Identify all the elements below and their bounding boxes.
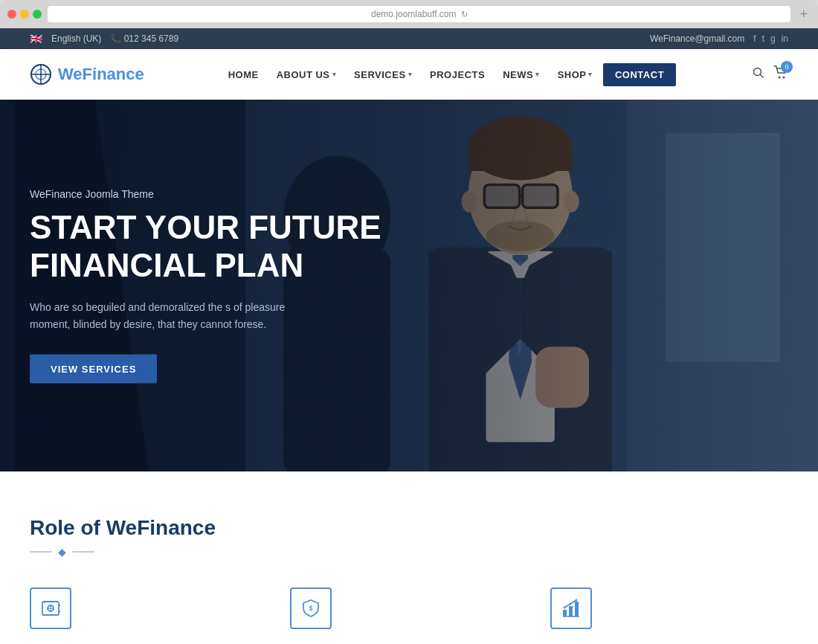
svg-rect-48 xyxy=(569,606,573,616)
linkedin-icon[interactable]: in xyxy=(782,33,788,44)
svg-line-5 xyxy=(760,75,763,78)
logo-finance: Finance xyxy=(83,65,144,83)
chevron-down-icon: ▾ xyxy=(408,71,413,78)
svg-text:$: $ xyxy=(309,605,312,612)
service-card-investment: Investment Planning 01 To invest is to a… xyxy=(30,587,268,644)
safe-icon xyxy=(40,598,61,619)
nav-item-shop[interactable]: SHOP ▾ xyxy=(550,63,600,86)
svg-rect-47 xyxy=(563,610,567,616)
new-tab-button[interactable]: + xyxy=(796,7,811,22)
trading-icon-wrap xyxy=(550,587,592,629)
svg-point-6 xyxy=(778,76,780,78)
maximize-button[interactable] xyxy=(33,10,42,19)
phone-number[interactable]: 📞 012 345 6789 xyxy=(110,33,178,44)
section-title: Role of WeFinance xyxy=(30,516,788,540)
divider-line-left xyxy=(30,551,52,553)
insurance-icon-wrap: $ xyxy=(290,587,332,629)
hero-section: WeFinance Joomla Theme START YOUR FUTURE… xyxy=(0,100,818,471)
browser-traffic-lights xyxy=(7,10,42,19)
service-header-insurance: Insurance Policies 02 xyxy=(290,641,528,644)
svg-point-38 xyxy=(50,608,52,610)
svg-rect-45 xyxy=(44,602,45,604)
svg-rect-49 xyxy=(575,602,579,616)
twitter-icon[interactable]: t xyxy=(762,33,764,44)
nav-shop-link[interactable]: SHOP ▾ xyxy=(550,63,600,86)
browser-window: demo.joomlabuff.com ↻ + 🇬🇧 English (UK) … xyxy=(0,0,818,644)
nav-about-link[interactable]: ABOUT US ▾ xyxy=(269,63,344,86)
svg-point-7 xyxy=(782,76,785,78)
service-card-insurance: $ Insurance Policies 02 WeFinance Insura… xyxy=(290,587,528,644)
nav-item-home[interactable]: HOME xyxy=(221,63,266,86)
divider-line-right xyxy=(72,551,94,553)
svg-point-50 xyxy=(564,607,566,609)
chart-icon xyxy=(561,598,582,619)
logo-we: We xyxy=(58,65,83,83)
service-card-trading: Trading Policies 03 The Trading Policies… xyxy=(550,587,788,644)
url-text: demo.joomlabuff.com xyxy=(371,9,457,19)
navbar: WeFinance HOME ABOUT US ▾ SERVICES ▾ PRO… xyxy=(0,49,818,100)
minimize-button[interactable] xyxy=(20,10,29,19)
nav-item-contact[interactable]: CONTACT xyxy=(603,63,676,86)
refresh-icon[interactable]: ↻ xyxy=(461,10,468,19)
logo-icon xyxy=(30,63,52,86)
cart-button[interactable]: 0 xyxy=(773,65,788,84)
logo-link[interactable]: WeFinance xyxy=(30,63,144,86)
social-icons: f t g in xyxy=(753,33,788,44)
investment-icon-wrap xyxy=(30,587,71,629)
top-bar: 🇬🇧 English (UK) 📞 012 345 6789 WeFinance… xyxy=(0,28,818,49)
hero-title: START YOUR FUTUREFINANCIAL PLAN xyxy=(30,209,381,284)
facebook-icon[interactable]: f xyxy=(753,33,756,44)
nav-item-news[interactable]: NEWS ▾ xyxy=(495,63,547,86)
service-header-trading: Trading Policies 03 xyxy=(550,641,788,644)
service-header-investment: Investment Planning 01 xyxy=(30,641,268,644)
close-button[interactable] xyxy=(7,10,16,19)
nav-contact-link[interactable]: CONTACT xyxy=(603,63,676,86)
service-number-insurance: 02 xyxy=(501,641,528,644)
nav-item-about[interactable]: ABOUT US ▾ xyxy=(269,63,344,86)
service-number-trading: 03 xyxy=(761,641,788,644)
logo-text: WeFinance xyxy=(58,65,144,84)
hero-cta-button[interactable]: VIEW SERVICES xyxy=(30,354,157,383)
address-bar[interactable]: demo.joomlabuff.com ↻ xyxy=(48,6,790,22)
hero-description: Who are so beguiled and demoralized the … xyxy=(30,299,327,332)
email-link[interactable]: WeFinance@gmail.com xyxy=(650,33,744,44)
website-content: 🇬🇧 English (UK) 📞 012 345 6789 WeFinance… xyxy=(0,28,818,644)
shield-dollar-icon: $ xyxy=(300,598,321,619)
nav-actions: 0 xyxy=(753,65,788,84)
top-bar-right: WeFinance@gmail.com f t g in xyxy=(650,33,788,44)
cart-badge: 0 xyxy=(781,61,793,73)
service-number-investment: 01 xyxy=(241,641,268,644)
svg-point-51 xyxy=(570,603,572,605)
language-label[interactable]: English (UK) xyxy=(51,33,101,44)
chevron-down-icon: ▾ xyxy=(332,71,337,78)
nav-projects-link[interactable]: PROJECTS xyxy=(422,63,492,86)
nav-news-link[interactable]: NEWS ▾ xyxy=(495,63,547,86)
services-grid: Investment Planning 01 To invest is to a… xyxy=(30,587,788,644)
browser-chrome: demo.joomlabuff.com ↻ + xyxy=(0,0,818,28)
chevron-down-icon: ▾ xyxy=(535,71,540,78)
top-bar-left: 🇬🇧 English (UK) 📞 012 345 6789 xyxy=(30,33,178,45)
hero-subtitle: WeFinance Joomla Theme xyxy=(30,188,381,200)
svg-point-52 xyxy=(576,599,578,602)
flag-icon: 🇬🇧 xyxy=(30,33,42,45)
nav-home-link[interactable]: HOME xyxy=(221,63,266,86)
nav-item-services[interactable]: SERVICES ▾ xyxy=(347,63,419,86)
section-divider: ◆ xyxy=(30,546,788,558)
search-button[interactable] xyxy=(753,67,764,82)
hero-content: WeFinance Joomla Theme START YOUR FUTURE… xyxy=(30,188,381,384)
nav-item-projects[interactable]: PROJECTS xyxy=(422,63,492,86)
chevron-down-icon: ▾ xyxy=(588,71,593,78)
diamond-icon: ◆ xyxy=(58,546,66,558)
nav-links: HOME ABOUT US ▾ SERVICES ▾ PROJECTS NEWS… xyxy=(221,63,676,86)
services-section: Role of WeFinance ◆ xyxy=(0,471,818,644)
googleplus-icon[interactable]: g xyxy=(770,33,776,44)
search-icon xyxy=(753,67,764,79)
nav-services-link[interactable]: SERVICES ▾ xyxy=(347,63,419,86)
